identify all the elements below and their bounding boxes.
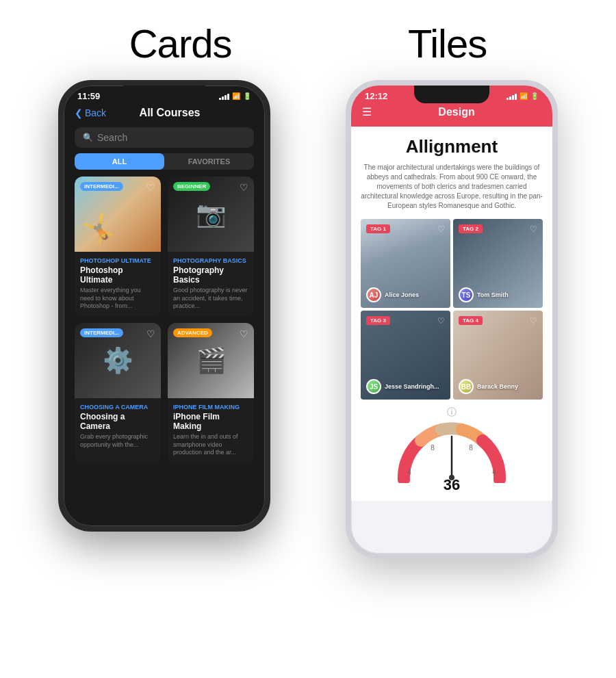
tiles-time-display: 12:12 — [365, 91, 387, 101]
status-icons: 📶 🔋 — [219, 92, 251, 100]
card-badge-2: INTERMEDI... — [80, 328, 123, 337]
card-title-2: Choosing a Camera — [80, 412, 155, 431]
card-category-1: PHOTOGRAPHY BASICS — [173, 257, 248, 264]
film-icon: 🎬 — [196, 346, 227, 375]
tile-avatar-3: BB — [459, 379, 474, 394]
card-heart-0[interactable]: ♡ — [146, 182, 155, 193]
tile-user-1: TS Tom Smith — [459, 287, 509, 302]
svg-text:4: 4 — [407, 469, 411, 476]
card-title-1: Photography Basics — [173, 265, 248, 285]
tile-heart-1[interactable]: ♡ — [530, 224, 537, 234]
tiles-header: ☰ Design — [351, 101, 552, 127]
tile-tag-0: TAG 1 — [366, 224, 390, 233]
card-title-0: Photoshop Ultimate — [80, 265, 155, 285]
cards-phone: 11:59 📶 🔋 ❮ Back A — [58, 80, 270, 532]
card-category-0: PHOTOSHOP ULTIMATE — [80, 257, 155, 264]
tiles-body: Allignment The major architectural under… — [351, 127, 552, 400]
tile-username-3: Barack Benny — [477, 383, 518, 390]
tab-all[interactable]: ALL — [75, 153, 164, 170]
tiles-battery-icon: 🔋 — [530, 92, 539, 100]
card-badge-0: INTERMEDI... — [80, 182, 123, 191]
tile-user-2: JS Jesse Sandringh... — [366, 379, 439, 394]
card-desc-1: Good photography is never an accident, i… — [173, 287, 248, 311]
gauge-value: 36 — [444, 476, 460, 494]
tile-3[interactable]: TAG 4 ♡ BB Barack Benny — [453, 311, 543, 400]
tile-heart-3[interactable]: ♡ — [530, 316, 537, 326]
tile-2[interactable]: TAG 3 ♡ JS Jesse Sandringh... — [361, 311, 450, 400]
tile-username-0: Alice Jones — [385, 291, 419, 298]
hamburger-icon[interactable]: ☰ — [362, 105, 372, 118]
card-heart-3[interactable]: ♡ — [240, 328, 248, 339]
tile-user-0: AJ Alice Jones — [366, 287, 419, 302]
svg-text:8: 8 — [431, 444, 435, 452]
cards-grid: 🤸 INTERMEDI... ♡ PHOTOSHOP ULTIMATE Phot… — [64, 177, 265, 462]
tile-username-2: Jesse Sandringh... — [385, 383, 439, 390]
phone-notch — [123, 86, 205, 105]
back-label: Back — [85, 107, 106, 118]
card-title-3: iPhone Film Making — [173, 412, 248, 431]
tile-0[interactable]: TAG 1 ♡ AJ Alice Jones — [361, 219, 450, 308]
svg-text:8: 8 — [469, 444, 473, 452]
photography-icon: 📷 — [196, 200, 227, 229]
tile-avatar-1: TS — [459, 287, 474, 302]
signal-icon — [219, 93, 229, 100]
card-camera[interactable]: ⚙️ INTERMEDI... ♡ CHOOSING A CAMERA Choo… — [75, 323, 161, 462]
nav-title: All Courses — [106, 107, 233, 119]
tile-avatar-2: JS — [366, 379, 381, 394]
card-category-2: CHOOSING A CAMERA — [80, 404, 155, 410]
tiles-status-icons: 📶 🔋 — [506, 92, 539, 100]
tabs-row: ALL FAVORITES — [75, 153, 254, 170]
tile-tag-1: TAG 2 — [459, 224, 483, 233]
tile-tag-3: TAG 4 — [459, 316, 483, 325]
search-placeholder: Search — [97, 132, 127, 143]
alignment-title: Allignment — [361, 136, 543, 157]
search-icon: 🔍 — [83, 133, 93, 142]
card-badge-3: ADVANCED — [173, 328, 212, 337]
camera-icon: ⚙️ — [103, 346, 133, 375]
search-bar[interactable]: 🔍 Search — [75, 127, 254, 148]
card-iphone-film[interactable]: 🎬 ADVANCED ♡ IPHONE FILM MAKING iPhone F… — [168, 323, 254, 462]
card-heart-1[interactable]: ♡ — [240, 182, 248, 193]
card-photography[interactable]: 📷 BEGINNER ♡ PHOTOGRAPHY BASICS Photogra… — [168, 177, 254, 316]
tiles-phone-notch — [414, 86, 489, 103]
wifi-icon: 📶 — [232, 92, 240, 100]
gauge-chart: 4 8 8 4 — [397, 421, 506, 483]
cards-title: Cards — [129, 21, 232, 66]
tile-avatar-0: AJ — [366, 287, 381, 302]
tile-user-3: BB Barack Benny — [459, 379, 518, 394]
tile-heart-0[interactable]: ♡ — [437, 224, 445, 234]
tile-tag-2: TAG 3 — [366, 316, 390, 325]
card-heart-2[interactable]: ♡ — [146, 328, 155, 339]
card-badge-1: BEGINNER — [173, 182, 210, 191]
tiles-title: Tiles — [408, 21, 487, 66]
info-icon: ⓘ — [447, 406, 457, 419]
tiles-signal-icon — [506, 93, 517, 100]
time-display: 11:59 — [77, 91, 100, 101]
tile-1[interactable]: TAG 2 ♡ TS Tom Smith — [453, 219, 543, 308]
card-desc-0: Master everything you need to know about… — [80, 287, 155, 311]
alignment-desc: The major architectural undertakings wer… — [361, 163, 543, 211]
card-desc-3: Learn the in and outs of smartphone vide… — [173, 433, 248, 457]
tiles-header-title: Design — [372, 106, 541, 118]
card-category-3: IPHONE FILM MAKING — [173, 404, 248, 410]
gauge-container: ⓘ 4 8 8 4 — [351, 400, 552, 501]
tile-username-1: Tom Smith — [477, 291, 509, 298]
tiles-phone: 12:12 📶 🔋 ☰ Design — [346, 80, 558, 559]
svg-text:4: 4 — [492, 469, 496, 476]
card-desc-2: Grab every photographic opportunity with… — [80, 433, 155, 449]
back-button[interactable]: ❮ Back — [75, 107, 106, 118]
card-photoshop[interactable]: 🤸 INTERMEDI... ♡ PHOTOSHOP ULTIMATE Phot… — [75, 177, 161, 316]
nav-bar: ❮ Back All Courses — [64, 101, 265, 125]
tiles-grid: TAG 1 ♡ AJ Alice Jones TAG 2 — [361, 219, 543, 400]
tiles-wifi-icon: 📶 — [519, 92, 528, 100]
tab-favorites[interactable]: FAVORITES — [164, 153, 254, 170]
tile-heart-2[interactable]: ♡ — [437, 316, 445, 326]
battery-icon: 🔋 — [243, 92, 251, 100]
chevron-left-icon: ❮ — [75, 107, 83, 118]
